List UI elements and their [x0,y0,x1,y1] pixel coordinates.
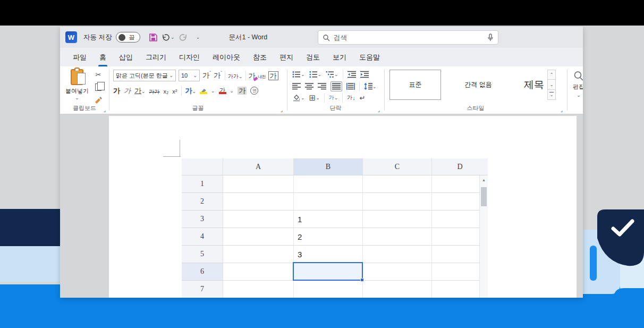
selected-cell-B6[interactable] [293,262,363,281]
sheet-vertical-scrollbar[interactable]: ▲ [479,175,488,298]
undo-button[interactable]: ⌄ [162,31,174,44]
align-right-button[interactable] [318,83,326,90]
font-name-combobox[interactable]: 맑은 고딕(본문 한글 ⌄ [113,70,176,81]
cell-C3[interactable] [363,211,432,228]
cell-C7[interactable] [363,281,432,298]
character-shading-button[interactable]: 가 [238,86,247,96]
copy-button[interactable] [93,82,104,92]
clipboard-dialog-launcher[interactable]: ⌟ [104,108,106,113]
styles-scroll-down-button[interactable]: ⌄ [547,80,556,90]
clear-formatting-button[interactable]: 가 [249,71,256,81]
save-button[interactable] [147,31,159,44]
tab-layout[interactable]: 레이아웃 [206,48,247,66]
chevron-down-icon[interactable]: ⌄ [230,88,234,94]
cell-C6[interactable] [363,263,432,281]
styles-scroll-up-button[interactable]: ⌃ [547,70,556,80]
line-spacing-button[interactable]: ⌄ [364,83,377,90]
cell-A2[interactable] [223,193,294,211]
change-case-button[interactable]: 가가⌄ [228,71,243,80]
highlight-color-button[interactable] [200,88,207,94]
tab-mailings[interactable]: 편지 [273,48,300,66]
shrink-font-button[interactable]: 가ˇ [214,70,222,80]
increase-indent-button[interactable] [360,71,369,78]
select-all-corner[interactable] [182,158,223,175]
scroll-up-button[interactable]: ▲ [480,175,488,184]
justify-button[interactable] [331,81,342,91]
borders-button[interactable]: ⊞ ⌄ [309,93,320,103]
tab-review[interactable]: 검토 [300,48,326,66]
word-app-icon[interactable]: W [65,31,77,43]
styles-dialog-launcher[interactable]: ⌟ [561,108,563,113]
tab-home[interactable]: 홈 [93,48,113,66]
tab-draw[interactable]: 그리기 [139,48,173,66]
row-header-4[interactable]: 4 [182,228,223,246]
subscript-button[interactable]: x₂ [164,86,169,96]
column-header-B[interactable]: B [294,158,363,175]
cell-B3[interactable]: 1 [294,211,363,228]
microphone-icon[interactable] [487,33,494,41]
embedded-spreadsheet[interactable]: A B C D 1 2 [182,158,488,298]
phonetic-guide-button[interactable]: 내천 [258,71,266,80]
cell-A4[interactable] [223,228,294,246]
row-header-7[interactable]: 7 [182,281,223,298]
row-header-5[interactable]: 5 [182,246,223,263]
bullets-button[interactable]: ⌄ [292,71,305,78]
decrease-indent-button[interactable] [348,71,356,78]
tab-file[interactable]: 파일 [66,48,93,66]
superscript-button[interactable]: x² [172,86,177,96]
redo-button[interactable] [176,31,189,44]
asian-layout-button[interactable]: 가 ⌄ [329,94,338,102]
column-header-A[interactable]: A [223,158,294,175]
row-header-3[interactable]: 3 [182,211,223,228]
cell-A6[interactable] [223,263,294,281]
underline-button[interactable]: 가⌄ [134,86,146,96]
cell-B5[interactable]: 3 [294,246,363,263]
cell-A7[interactable] [223,281,294,298]
cell-A3[interactable] [223,211,294,228]
grow-font-button[interactable]: 가ˆ [202,70,211,80]
distribute-button[interactable] [346,83,355,90]
column-header-D[interactable]: D [432,158,488,175]
fill-handle[interactable] [360,278,364,282]
chevron-down-icon[interactable]: ⌄ [211,88,215,94]
row-header-1[interactable]: 1 [182,175,223,193]
cell-C1[interactable] [363,175,432,193]
tab-design[interactable]: 디자인 [173,48,206,66]
cell-C4[interactable] [363,228,432,246]
paste-button[interactable]: 붙여넣기 ⌄ [63,69,91,102]
cell-C2[interactable] [363,193,432,211]
strikethrough-button[interactable]: 가가 [149,86,160,96]
tab-view[interactable]: 보기 [326,48,353,66]
search-box[interactable] [318,30,498,45]
cell-B4[interactable]: 2 [294,228,363,246]
format-painter-button[interactable] [93,95,104,105]
font-dialog-launcher[interactable]: ⌟ [281,108,283,113]
tab-help[interactable]: 도움말 [353,48,386,66]
column-header-C[interactable]: C [363,158,432,175]
autosave-toggle[interactable]: 끔 [116,32,140,43]
font-size-combobox[interactable]: 10 ⌄ [179,70,200,81]
cut-button[interactable]: ✂ [93,70,104,79]
search-input[interactable] [334,34,487,41]
enclose-characters-button[interactable]: 연 [250,87,258,95]
cell-A1[interactable] [223,175,294,193]
text-effects-button[interactable]: 가⌄ [185,86,197,96]
font-color-button[interactable]: 가 [219,87,226,94]
multilevel-list-button[interactable]: ⌄ [326,71,338,78]
align-center-button[interactable] [305,83,313,90]
cell-A5[interactable] [223,246,294,263]
tab-insert[interactable]: 삽입 [113,48,139,66]
styles-gallery-more-button[interactable]: ⌄ [547,90,556,100]
sort-button[interactable]: 가 ↓ [347,94,355,102]
row-header-6[interactable]: 6 [182,263,223,281]
character-border-button[interactable]: 가 [268,71,278,81]
cell-C5[interactable] [363,246,432,263]
cell-B7[interactable] [294,281,363,298]
customize-qat-button[interactable]: ⌄ [191,31,204,44]
bold-button[interactable]: 가 [113,86,120,96]
row-header-2[interactable]: 2 [182,193,223,211]
document-page[interactable]: A B C D 1 2 [109,116,577,298]
style-no-spacing[interactable]: 간격 없음 [449,70,507,100]
cell-B2[interactable] [294,193,363,211]
style-normal[interactable]: 표준 [389,70,441,100]
